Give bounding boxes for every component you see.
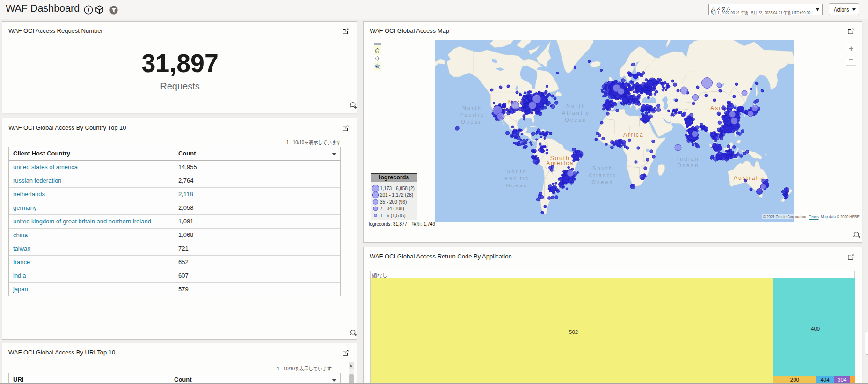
svg-text:Ocean: Ocean — [565, 117, 587, 123]
svg-text:Ocean: Ocean — [506, 183, 528, 188]
svg-text:Pacific: Pacific — [460, 112, 484, 118]
svg-text:Indian: Indian — [677, 156, 700, 162]
svg-text:America: America — [546, 160, 574, 167]
svg-text:7 - 34 (108): 7 - 34 (108) — [380, 206, 404, 211]
svg-text:Ocean: Ocean — [678, 162, 700, 168]
svg-text:Africa: Africa — [623, 132, 644, 138]
svg-text:35 - 200 (96): 35 - 200 (96) — [380, 199, 407, 205]
svg-text:South: South — [592, 165, 613, 171]
svg-text:Ocean: Ocean — [592, 179, 614, 185]
svg-text:South: South — [507, 169, 527, 174]
svg-text:North: North — [566, 103, 586, 109]
svg-text:201 - 1,172 (28): 201 - 1,172 (28) — [380, 192, 413, 198]
svg-text:1,173 - 6,858 (2): 1,173 - 6,858 (2) — [380, 186, 415, 191]
svg-text:Ocean: Ocean — [461, 119, 483, 125]
svg-text:Atlantic: Atlantic — [589, 172, 617, 178]
svg-text:Atlantic: Atlantic — [562, 110, 590, 116]
svg-text:Australia: Australia — [734, 175, 765, 181]
svg-text:1 - 6 (1,515): 1 - 6 (1,515) — [380, 213, 405, 218]
svg-text:Pacific: Pacific — [504, 176, 529, 181]
svg-text:North: North — [462, 105, 482, 111]
svg-text:i: i — [88, 7, 89, 14]
